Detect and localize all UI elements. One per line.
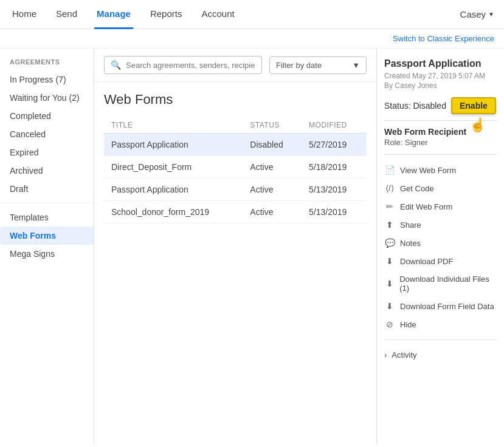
col-title: TITLE: [104, 117, 243, 134]
action-icon-download-form-field: ⬇: [384, 301, 395, 311]
user-dropdown-icon: ▼: [488, 11, 494, 18]
user-menu[interactable]: Casey ▼: [460, 9, 494, 19]
action-icon-edit-web-form: ✏: [384, 202, 395, 211]
panel-by: By Casey Jones: [384, 81, 497, 90]
action-icon-download-pdf: ⬇: [384, 256, 395, 266]
panel-action-download-pdf[interactable]: ⬇ Download PDF: [384, 252, 497, 270]
row-title: Passport Application: [104, 134, 243, 156]
nav-items: Home Send Manage Reports Account: [10, 0, 460, 29]
classic-experience-link[interactable]: Switch to Classic Experience: [393, 34, 494, 43]
enable-btn-wrapper: Enable ☝️: [451, 97, 496, 114]
action-label-get-code: Get Code: [400, 184, 434, 193]
content-area: 🔍 Filter by date ▼ Web Forms TITLE STATU…: [94, 49, 376, 444]
panel-action-view-web-form[interactable]: 📄 View Web Form: [384, 161, 497, 179]
panel-role: Role: Signer: [384, 138, 497, 147]
col-modified: MODIFIED: [302, 117, 367, 134]
row-status: Active: [243, 201, 302, 224]
action-icon-hide: ⊘: [384, 319, 395, 329]
table-row[interactable]: Direct_Deposit_Form Active 5/18/2019: [104, 156, 367, 179]
nav-send[interactable]: Send: [54, 0, 80, 29]
row-status: Disabled: [243, 134, 302, 156]
nav-account[interactable]: Account: [199, 0, 236, 29]
table-row[interactable]: Passport Application Active 5/13/2019: [104, 179, 367, 201]
classic-link-bar: Switch to Classic Experience: [0, 29, 504, 49]
nav-manage[interactable]: Manage: [94, 0, 133, 29]
panel-status-label: Status: Disabled: [384, 101, 446, 111]
action-icon-get-code: ⟨/⟩: [384, 183, 395, 193]
panel-action-download-form-field[interactable]: ⬇ Download Form Field Data: [384, 297, 497, 315]
action-label-notes: Notes: [400, 239, 421, 248]
panel-created: Created May 27, 2019 5:07 AM: [384, 72, 497, 80]
panel-web-form-recipient: Web Form Recipient: [384, 127, 497, 137]
panel-action-share[interactable]: ⬆ Share: [384, 216, 497, 234]
date-filter[interactable]: Filter by date ▼: [269, 56, 367, 74]
right-panel: Passport Application Created May 27, 201…: [376, 49, 504, 444]
action-label-hide: Hide: [400, 320, 416, 329]
action-label-download-individual: Download Individual Files (1): [399, 275, 497, 293]
action-icon-view-web-form: 📄: [384, 165, 395, 175]
table-row[interactable]: Passport Application Disabled 5/27/2019: [104, 134, 367, 156]
filter-label: Filter by date: [276, 61, 322, 70]
row-modified: 5/13/2019: [302, 201, 367, 224]
panel-title: Passport Application: [384, 58, 497, 69]
sidebar-item-archived[interactable]: Archived: [0, 162, 94, 180]
panel-actions: 📄 View Web Form ⟨/⟩ Get Code ✏ Edit Web …: [384, 161, 497, 333]
filter-dropdown-icon: ▼: [352, 61, 360, 70]
action-label-view-web-form: View Web Form: [400, 166, 456, 175]
main-layout: AGREEMENTS In Progress (7) Waiting for Y…: [0, 49, 504, 444]
sidebar-item-templates[interactable]: Templates: [0, 208, 94, 227]
page-title: Web Forms: [104, 92, 367, 107]
row-title: Passport Application: [104, 179, 243, 201]
row-modified: 5/27/2019: [302, 134, 367, 156]
action-label-edit-web-form: Edit Web Form: [400, 202, 452, 211]
panel-divider-2: [384, 154, 497, 155]
action-icon-share: ⬆: [384, 220, 395, 230]
search-bar-row: 🔍 Filter by date ▼: [94, 49, 376, 82]
row-status: Active: [243, 156, 302, 179]
search-input[interactable]: [126, 61, 255, 70]
action-label-download-form-field: Download Form Field Data: [400, 302, 494, 311]
sidebar-item-draft[interactable]: Draft: [0, 180, 94, 198]
sidebar-item-expired[interactable]: Expired: [0, 143, 94, 162]
panel-action-download-individual[interactable]: ⬇ Download Individual Files (1): [384, 270, 497, 297]
panel-action-hide[interactable]: ⊘ Hide: [384, 315, 497, 333]
sidebar-item-canceled[interactable]: Canceled: [0, 125, 94, 143]
activity-label: Activity: [392, 350, 416, 360]
sidebar-divider: [0, 203, 94, 203]
table-row[interactable]: School_donor_form_2019 Active 5/13/2019: [104, 201, 367, 224]
row-title: Direct_Deposit_Form: [104, 156, 243, 179]
user-name: Casey: [460, 9, 486, 19]
row-title: School_donor_form_2019: [104, 201, 243, 224]
sidebar-item-mega-signs[interactable]: Mega Signs: [0, 245, 94, 263]
sidebar-item-completed[interactable]: Completed: [0, 107, 94, 125]
web-forms-table: TITLE STATUS MODIFIED Passport Applicati…: [104, 117, 367, 224]
action-label-share: Share: [400, 220, 421, 230]
nav-home[interactable]: Home: [10, 0, 39, 29]
row-status: Active: [243, 179, 302, 201]
action-icon-notes: 💬: [384, 238, 395, 248]
row-modified: 5/18/2019: [302, 156, 367, 179]
panel-divider-3: [384, 340, 497, 340]
panel-action-get-code[interactable]: ⟨/⟩ Get Code: [384, 179, 497, 197]
sidebar-item-waiting[interactable]: Waiting for You (2): [0, 89, 94, 107]
action-icon-download-individual: ⬇: [384, 279, 395, 288]
panel-divider-1: [384, 120, 497, 121]
top-nav: Home Send Manage Reports Account Casey ▼: [0, 0, 504, 29]
sidebar: AGREEMENTS In Progress (7) Waiting for Y…: [0, 49, 94, 444]
nav-reports[interactable]: Reports: [148, 0, 185, 29]
col-status: STATUS: [243, 117, 302, 134]
sidebar-section-agreements: AGREEMENTS: [0, 58, 94, 70]
row-modified: 5/13/2019: [302, 179, 367, 201]
search-icon: 🔍: [111, 60, 121, 70]
activity-chevron-icon: ›: [384, 350, 387, 360]
search-box[interactable]: 🔍: [104, 56, 262, 74]
panel-action-edit-web-form[interactable]: ✏ Edit Web Form: [384, 197, 497, 216]
table-area: Web Forms TITLE STATUS MODIFIED Passport…: [94, 82, 376, 444]
sidebar-item-web-forms[interactable]: Web Forms: [0, 227, 94, 245]
enable-button[interactable]: Enable: [451, 97, 496, 114]
panel-action-notes[interactable]: 💬 Notes: [384, 234, 497, 252]
action-label-download-pdf: Download PDF: [400, 257, 453, 266]
panel-status-row: Status: Disabled Enable ☝️: [384, 97, 497, 114]
sidebar-item-in-progress[interactable]: In Progress (7): [0, 70, 94, 89]
activity-row[interactable]: › Activity: [384, 346, 497, 364]
